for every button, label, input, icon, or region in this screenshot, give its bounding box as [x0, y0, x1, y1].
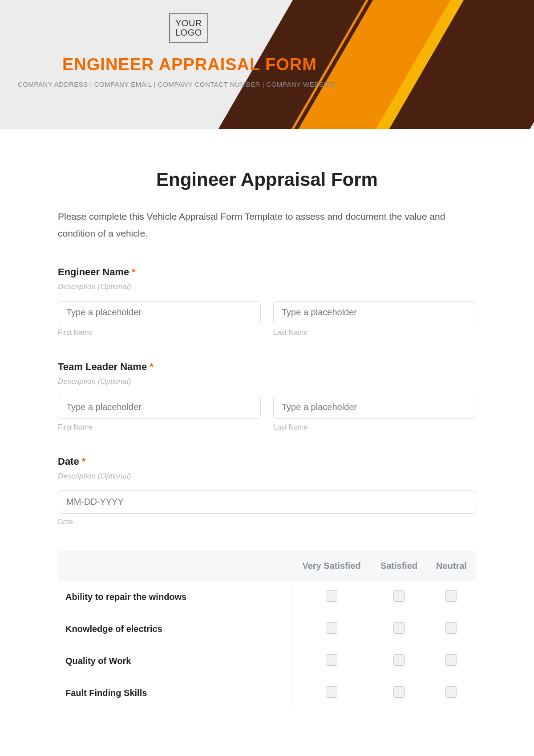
rating-row-label: Quality of Work: [58, 645, 292, 677]
engineer-name-label: Engineer Name *: [58, 266, 476, 278]
rating-checkbox[interactable]: [393, 686, 405, 698]
team-leader-name-description: Description (Optional): [58, 377, 476, 386]
form-container: Engineer Appraisal Form Please complete …: [0, 129, 534, 736]
date-sublabel: Date: [58, 518, 476, 526]
rating-checkbox[interactable]: [393, 590, 405, 602]
rating-checkbox[interactable]: [393, 622, 405, 634]
engineer-last-name-sublabel: Last Name: [273, 329, 476, 337]
team-leader-first-name-sublabel: First Name: [58, 423, 261, 431]
date-description: Description (Optional): [58, 472, 476, 481]
label-text: Team Leader Name: [58, 361, 147, 372]
rating-checkbox[interactable]: [326, 622, 337, 634]
rating-col-neutral: Neutral: [427, 551, 476, 581]
rating-checkbox[interactable]: [445, 654, 457, 666]
field-engineer-name: Engineer Name * Description (Optional) F…: [58, 266, 476, 337]
rating-checkbox[interactable]: [326, 590, 337, 602]
engineer-first-name-input[interactable]: [58, 301, 261, 324]
team-leader-last-name-input[interactable]: [273, 396, 476, 419]
rating-checkbox[interactable]: [445, 590, 457, 602]
rating-col-satisfied: Satisfied: [371, 551, 427, 581]
rating-col-very-satisfied: Very Satisfied: [292, 551, 371, 581]
table-row: Ability to repair the windows: [58, 581, 476, 613]
rating-checkbox[interactable]: [326, 654, 337, 666]
label-text: Date: [58, 456, 79, 467]
label-text: Engineer Name: [58, 266, 129, 277]
rating-checkbox[interactable]: [445, 622, 457, 634]
date-input[interactable]: [58, 491, 476, 514]
rating-row-label: Fault Finding Skills: [58, 677, 292, 709]
table-row: Fault Finding Skills: [58, 677, 476, 709]
banner-subline: COMPANY ADDRESS | COMPANY EMAIL | COMPAN…: [18, 80, 516, 88]
banner-title: ENGINEER APPRAISAL FORM: [62, 55, 516, 74]
date-label: Date *: [58, 456, 476, 467]
field-team-leader-name: Team Leader Name * Description (Optional…: [58, 361, 476, 431]
header-banner: YOUR LOGO ENGINEER APPRAISAL FORM COMPAN…: [0, 0, 534, 129]
rating-checkbox[interactable]: [445, 686, 457, 698]
logo-placeholder: YOUR LOGO: [169, 13, 208, 43]
team-leader-name-label: Team Leader Name *: [58, 361, 476, 373]
rating-header-blank: [58, 551, 292, 581]
required-mark: *: [132, 266, 136, 277]
table-row: Quality of Work: [58, 645, 476, 677]
rating-row-label: Ability to repair the windows: [58, 581, 292, 613]
rating-checkbox[interactable]: [326, 686, 337, 698]
engineer-last-name-input[interactable]: [273, 301, 476, 324]
form-intro: Please complete this Vehicle Appraisal F…: [58, 208, 476, 242]
table-row: Knowledge of electrics: [58, 613, 476, 645]
team-leader-first-name-input[interactable]: [58, 396, 261, 419]
rating-row-label: Knowledge of electrics: [58, 613, 292, 645]
required-mark: *: [82, 456, 86, 467]
rating-table: Very Satisfied Satisfied Neutral Ability…: [58, 551, 476, 709]
rating-checkbox[interactable]: [393, 654, 405, 666]
engineer-first-name-sublabel: First Name: [58, 329, 261, 337]
team-leader-last-name-sublabel: Last Name: [273, 423, 476, 431]
required-mark: *: [150, 361, 154, 372]
page-title: Engineer Appraisal Form: [58, 169, 476, 190]
engineer-name-description: Description (Optional): [58, 282, 476, 291]
field-date: Date * Description (Optional) Date: [58, 456, 476, 526]
